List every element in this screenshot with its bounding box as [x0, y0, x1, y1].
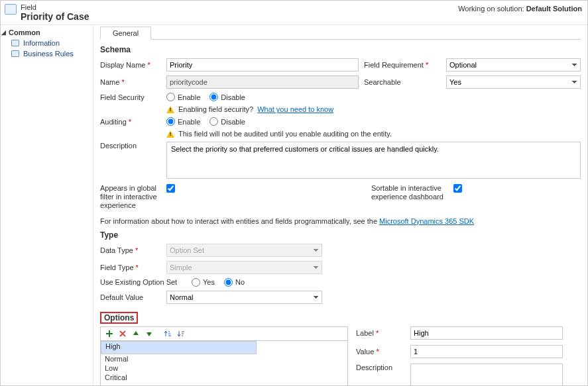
name-input	[166, 75, 359, 89]
auditing-disable[interactable]: Disable	[209, 117, 245, 126]
auditing-warning: This field will not be audited until you…	[166, 130, 581, 138]
section-schema: Schema	[100, 45, 581, 54]
field-type-select: Simple	[166, 261, 322, 274]
warning-text: Enabling field security?	[178, 105, 253, 113]
description-textarea[interactable]: Select the priority so that preferred cu…	[166, 142, 581, 179]
sort-desc-button[interactable]	[175, 328, 187, 339]
field-requirement-label: Field Requirement	[364, 61, 441, 69]
option-value-input[interactable]	[410, 345, 563, 358]
sidebar-item-label: Information	[23, 39, 60, 47]
sidebar: ◢ Common Information Business Rules	[1, 25, 93, 385]
caret-down-icon: ◢	[1, 29, 6, 36]
sdk-note-text: For information about how to interact wi…	[100, 217, 377, 225]
option-label-input[interactable]	[410, 326, 563, 340]
move-down-button[interactable]	[143, 328, 155, 339]
auditing-label: Auditing	[100, 118, 161, 126]
name-label: Name	[100, 78, 161, 86]
data-type-label: Data Type	[100, 246, 161, 254]
use-existing-label: Use Existing Option Set	[100, 278, 186, 286]
searchable-select[interactable]: Yes	[446, 75, 581, 89]
field-security-label: Field Security	[100, 93, 161, 101]
display-name-input[interactable]	[166, 58, 359, 72]
use-existing-yes[interactable]: Yes	[192, 278, 215, 287]
sidebar-heading: Common	[9, 28, 40, 36]
default-value-select[interactable]: Normal	[166, 291, 322, 304]
sidebar-section-common[interactable]: ◢ Common	[1, 28, 93, 38]
use-existing-no[interactable]: No	[224, 278, 245, 287]
warning-icon	[166, 106, 174, 113]
solution-name: Default Solution	[526, 5, 582, 13]
delete-option-button[interactable]	[117, 328, 129, 339]
option-description-textarea[interactable]	[410, 363, 563, 385]
options-listbox[interactable]: HighNormalLowCritical	[100, 340, 348, 385]
field-type-label: Field Type	[100, 264, 161, 271]
list-item[interactable]: High	[101, 341, 257, 354]
list-item[interactable]: Normal	[101, 354, 347, 363]
section-type: Type	[100, 230, 581, 240]
field-security-warning: Enabling field security? What you need t…	[166, 105, 581, 113]
move-up-button[interactable]	[130, 328, 142, 339]
default-value-label: Default Value	[100, 293, 161, 301]
warning-text: This field will not be audited until you…	[178, 130, 392, 138]
data-type-select: Option Set	[166, 244, 322, 257]
appears-filter-checkbox[interactable]	[166, 184, 175, 193]
option-value-label: Value	[356, 348, 405, 356]
sidebar-item-label: Business Rules	[23, 50, 74, 58]
list-item[interactable]: Critical	[101, 373, 347, 382]
title-bar: Field Priority of Case Working on soluti…	[1, 1, 587, 25]
field-icon	[5, 4, 17, 15]
sortable-checkbox[interactable]	[453, 184, 462, 193]
appears-filter-label: Appears in global filter in interactive …	[100, 184, 161, 211]
display-name-label: Display Name	[100, 61, 161, 69]
option-label-label: Label	[356, 329, 405, 337]
sidebar-item-business-rules[interactable]: Business Rules	[1, 48, 93, 59]
field-security-enable[interactable]: Enable	[166, 93, 200, 101]
field-security-disable[interactable]: Disable	[209, 93, 245, 101]
sort-asc-button[interactable]	[162, 328, 174, 339]
entity-type-label: Field	[21, 3, 89, 11]
add-option-button[interactable]	[103, 328, 115, 339]
description-label: Description	[100, 142, 161, 150]
list-item[interactable]: Low	[101, 363, 347, 373]
options-heading-highlight: Options	[100, 312, 138, 324]
sidebar-item-information[interactable]: Information	[1, 38, 93, 48]
searchable-label: Searchable	[364, 78, 441, 86]
tab-strip: General	[100, 26, 581, 40]
option-description-label: Description	[356, 363, 405, 371]
sdk-link[interactable]: Microsoft Dynamics 365 SDK	[379, 217, 474, 225]
page-title: Priority of Case	[21, 11, 89, 22]
sortable-label: Sortable in interactive experience dashb…	[371, 184, 448, 201]
page-icon	[11, 50, 19, 57]
page-icon	[11, 40, 19, 46]
field-security-learn-link[interactable]: What you need to know	[257, 105, 333, 113]
section-options: Options	[104, 313, 134, 322]
warning-icon	[166, 130, 174, 138]
tab-general[interactable]: General	[100, 26, 151, 40]
options-toolbar	[100, 326, 348, 340]
auditing-enable[interactable]: Enable	[166, 117, 200, 126]
field-requirement-select[interactable]: Optional	[446, 58, 581, 72]
solution-label: Working on solution:	[458, 5, 524, 13]
